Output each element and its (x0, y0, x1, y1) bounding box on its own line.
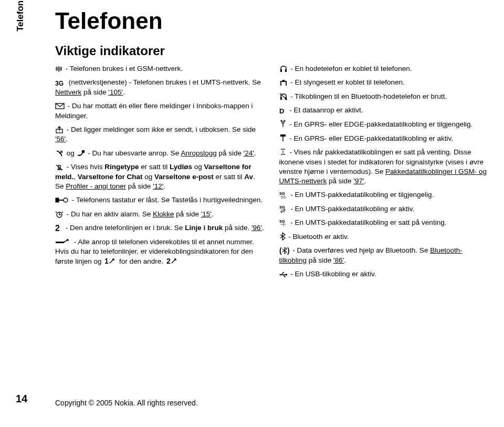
bold-term: Lydløs (170, 163, 192, 171)
missed-call-icon (55, 149, 64, 158)
indicator-entry: - En USB-tilkobling er aktiv. (279, 269, 489, 279)
link[interactable]: '97' (353, 177, 364, 185)
data-call-icon: D (279, 106, 287, 116)
entry-text: er satt til (214, 173, 245, 181)
line1-divert-icon: 1 (103, 257, 116, 266)
entry-text: . (262, 224, 264, 232)
entry-text: - En hodetelefon er koblet til telefonen… (289, 65, 412, 72)
entry-text: . (123, 88, 125, 96)
indicator-entry: og - Du har ubesvarte anrop. Se Anropslo… (55, 149, 265, 159)
entry-text: - Et dataanrop er aktivt. (288, 106, 363, 114)
bold-term: Varseltone for Chat (78, 173, 143, 181)
indicator-entry: - Telefonens tastatur er låst. Se Tastel… (55, 195, 265, 205)
headphones-icon (279, 64, 288, 74)
svg-point-5 (64, 198, 68, 202)
link[interactable]: Klokke (153, 210, 174, 218)
indicator-entry: - Vises hvis Ringetype er satt til Lydlø… (55, 162, 265, 191)
indicator-entry: - Bluetooth er aktiv. (279, 232, 489, 242)
bold-term: Linje i bruk (185, 224, 223, 232)
entry-text: på side (307, 256, 333, 264)
entry-text: - En UMTS-pakkedatatilkobling er aktiv. (289, 205, 415, 213)
indicator-entry: - Du har mottatt én eller flere meldinge… (55, 101, 265, 121)
entry-text: på side (126, 182, 153, 190)
gprs-hold-icon (279, 148, 287, 157)
gprs-active-icon (279, 134, 287, 143)
usb-icon (279, 270, 288, 279)
bluetooth-icon (279, 232, 286, 242)
indicator-entry: - En GPRS- eller EDGE-pakkedatatilkoblin… (279, 134, 489, 144)
bold-term: Varseltone e-post (154, 173, 214, 181)
entry-text: , (74, 173, 78, 181)
svg-rect-12 (285, 69, 287, 72)
entry-text: - En UMTS-pakkedatatilkobling er satt på… (289, 218, 447, 226)
svg-text:3G: 3G (279, 219, 285, 224)
missed-call-alt-icon (77, 149, 85, 158)
page-title: Telefonen (55, 5, 488, 36)
svg-text:D: D (279, 107, 284, 114)
svg-text:3G: 3G (279, 191, 285, 196)
copyright-line: Copyright © 2005 Nokia. All rights reser… (55, 398, 198, 408)
indicator-entry: D - Et dataanrop er aktivt. (279, 106, 489, 116)
entry-text: . (364, 177, 366, 185)
gprs-available-icon (279, 120, 287, 129)
svg-rect-11 (280, 69, 282, 72)
loopset-icon (279, 78, 288, 88)
svg-rect-17 (280, 134, 286, 137)
link[interactable]: Profiler - angi toner (66, 182, 126, 190)
link[interactable]: '86' (333, 256, 344, 264)
alarm-icon (55, 210, 64, 219)
link[interactable]: '96' (251, 224, 262, 232)
svg-text:(: ( (279, 246, 282, 255)
entry-text: og (143, 173, 155, 181)
link[interactable]: Anropslogg (181, 149, 216, 157)
divert-all-icon (55, 237, 71, 247)
indicator-entry: - Vises når pakkedatatilkoblingen er sat… (279, 148, 489, 186)
link[interactable]: '24' (244, 149, 254, 157)
entry-text: - En GPRS- eller EDGE-pakkedatatilkoblin… (288, 120, 473, 128)
bluetooth-transfer-icon: () (279, 246, 290, 256)
entry-text: for den andre. (117, 257, 163, 265)
svg-rect-4 (56, 198, 59, 202)
section-heading: Viktige indikatorer (55, 43, 488, 59)
entry-text: - Du har ubesvarte anrop. Se (86, 149, 181, 157)
link[interactable]: '15' (201, 210, 212, 218)
entry-text: - Tilkoblingen til en Bluetooth-hodetele… (289, 92, 447, 100)
svg-text:1: 1 (104, 257, 109, 265)
link[interactable]: Nettverk (55, 88, 81, 96)
entry-text: (nettverkstjeneste) - Telefonen brukes i… (67, 78, 261, 86)
key-lock-icon (55, 195, 69, 205)
svg-rect-3 (82, 150, 85, 153)
entry-text: på side (217, 149, 244, 157)
entry-text: - En USB-tilkobling er aktiv. (289, 270, 376, 278)
line2-divert-icon: 2 (165, 257, 178, 266)
link[interactable]: '56' (55, 135, 66, 143)
entry-text: - Bluetooth er aktiv. (287, 233, 349, 241)
svg-text:3G: 3G (279, 205, 285, 210)
column-right: - En hodetelefon er koblet til telefonen… (279, 64, 489, 284)
entry-text: - En UMTS-pakkedatatilkobling er tilgjen… (289, 191, 434, 199)
entry-text: - Telefonen brukes i et GSM-nettverk. (64, 65, 183, 72)
indicator-entry: 3G (nettverkstjeneste) - Telefonen bruke… (55, 78, 265, 97)
page-content: Telefonen Viktige indikatorer - Telefone… (55, 5, 488, 388)
svg-rect-13 (282, 80, 285, 82)
indicator-entry: 3G - En UMTS-pakkedatatilkobling er akti… (279, 204, 489, 214)
entry-text: og (192, 163, 204, 171)
entry-text: - Det ligger meldinger som ikke er sendt… (65, 126, 256, 133)
side-tab-label: Telefonen (15, 0, 27, 32)
antenna-icon (55, 64, 62, 74)
entry-text: på side. (223, 224, 251, 232)
indicator-entry: - Du har en aktiv alarm. Se Klokke på si… (55, 210, 265, 220)
indicator-entry: 3G - En UMTS-pakkedatatilkobling er tilg… (279, 190, 489, 200)
silent-icon (55, 163, 64, 172)
link[interactable]: '105' (108, 88, 123, 96)
svg-text:3G: 3G (55, 80, 64, 87)
indicator-entry: - Et slyngesett er koblet til telefonen. (279, 78, 489, 88)
umts-hold-icon: 3G (279, 218, 288, 228)
entry-text: - Vises hvis (65, 163, 104, 171)
envelope-icon (55, 101, 65, 111)
indicator-entry: () - Data overføres ved hjelp av Bluetoo… (279, 246, 489, 265)
line-2-icon: 2 (55, 224, 62, 233)
indicator-entry: 3G - En UMTS-pakkedatatilkobling er satt… (279, 218, 489, 228)
entry-text: . (212, 210, 214, 218)
link[interactable]: '12' (153, 182, 163, 190)
